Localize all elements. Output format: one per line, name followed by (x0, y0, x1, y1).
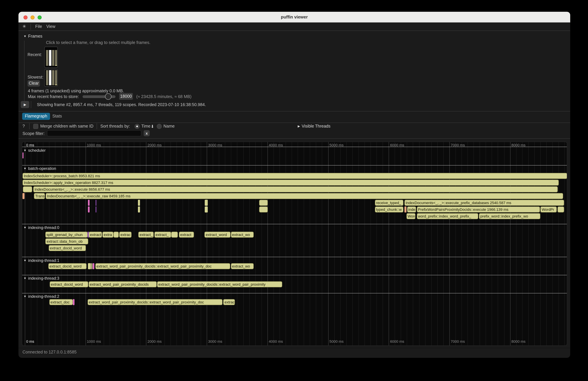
scope-bar[interactable]: prefix_word::index_prefix_wo (479, 213, 540, 219)
frame-bar[interactable] (46, 50, 48, 66)
thread-label-batch-operation[interactable]: ▼batch-operation (23, 166, 56, 171)
menu-file[interactable]: File (35, 24, 42, 29)
scope-bar[interactable]: word_prefix::index_word_prefix_ (417, 213, 478, 219)
thread-label-scheduler[interactable]: ▼scheduler (23, 148, 46, 153)
gridline (195, 142, 195, 345)
frame-bar[interactable] (55, 50, 57, 66)
play-button[interactable]: ▶ (21, 101, 29, 108)
scope-bar[interactable] (23, 186, 32, 192)
thread-label-indexing-thread:0[interactable]: ▼indexing-thread:0 (23, 225, 59, 230)
scope-bar[interactable] (88, 207, 89, 212)
chevron-down-icon: ▼ (23, 259, 26, 262)
frame-bar[interactable] (46, 70, 48, 85)
scope-bar[interactable] (557, 207, 564, 212)
scope-bar[interactable]: extract_word_pair_proximity_docids::extr… (157, 281, 282, 287)
scope-bar[interactable] (96, 200, 96, 206)
scope-bar[interactable]: typed_chunk::w (375, 207, 403, 212)
scope-bar[interactable] (91, 263, 92, 269)
scope-bar[interactable] (205, 200, 208, 206)
scope-bar[interactable]: extract_word_pair_proximity_docids (88, 281, 157, 287)
flamegraph-canvas[interactable]: 0 ms1000 ms2000 ms3000 ms4000 ms5000 ms6… (22, 142, 567, 346)
gridline (310, 142, 310, 345)
scope-bar[interactable]: extract::data_from_ob (45, 238, 88, 244)
app-settings-icon[interactable]: ✳ (22, 24, 26, 29)
gridline (304, 142, 304, 345)
gridline (546, 142, 547, 345)
scope-bar[interactable] (73, 299, 75, 305)
visible-threads-toggle[interactable]: ▶Visible Threads (298, 124, 330, 128)
scope-bar[interactable]: Word (406, 213, 416, 219)
scope-bar[interactable]: split_grenad_by_chun (45, 232, 87, 238)
max-frames-value[interactable]: 18000 (119, 93, 133, 100)
merge-children-checkbox[interactable] (33, 124, 38, 129)
scope-bar[interactable] (88, 200, 89, 206)
scope-bar[interactable]: PrefixWordPairsProximityDocids::execute … (417, 207, 540, 212)
slowest-frames-thumbnail[interactable] (44, 69, 58, 87)
scope-bar[interactable]: extract_docid_word (49, 281, 88, 287)
scope-bar[interactable] (404, 207, 406, 212)
scope-bar[interactable] (138, 207, 140, 212)
scope-bar[interactable]: IndexDocuments<_, _>::execute_raw 8459.1… (46, 193, 563, 199)
scope-bar[interactable]: extract_wo (231, 232, 254, 238)
scope-bar[interactable]: index (407, 207, 416, 212)
scope-bar[interactable]: extract_word_pair_proximity_docids::extr… (95, 263, 230, 269)
scope-bar[interactable]: IndexScheduler>::process_batch 8953.821 … (22, 173, 567, 179)
scope-bar[interactable] (259, 207, 268, 212)
thread-label-indexing-thread:3[interactable]: ▼indexing-thread:3 (23, 276, 59, 281)
scope-bar[interactable] (88, 263, 91, 269)
max-frames-slider-knob[interactable] (105, 93, 111, 100)
scope-bar[interactable]: extra (102, 232, 113, 238)
scope-bar[interactable] (205, 207, 208, 212)
scope-bar[interactable]: extract_wo (231, 263, 254, 269)
scope-bar[interactable]: IndexScheduler>::apply_index_operation 8… (22, 180, 559, 186)
scope-bar[interactable] (87, 232, 88, 238)
scope-bar[interactable]: extract_docid_word (48, 245, 86, 251)
gridline (371, 142, 371, 345)
frame-bar[interactable] (52, 70, 54, 85)
scope-bar[interactable] (22, 152, 23, 158)
scope-bar[interactable] (22, 193, 24, 199)
scope-bar[interactable]: extract_docid_word (48, 263, 86, 269)
scope-bar[interactable] (96, 207, 96, 212)
scope-bar[interactable]: extract_word (204, 232, 231, 238)
scope-bar[interactable]: IndexDocuments<_, _>::execute 8656.677 m… (33, 186, 558, 192)
recent-frames-thumbnail[interactable] (44, 47, 58, 68)
scope-bar[interactable]: WordPr (540, 207, 557, 212)
thread-label-indexing-thread:1[interactable]: ▼indexing-thread:1 (23, 258, 59, 263)
help-button[interactable]: ? (22, 124, 25, 128)
frames-hint: Click to select a frame, or drag to sele… (46, 40, 150, 45)
scope-bar[interactable]: receive_typed_ (375, 200, 403, 206)
scope-bar[interactable]: IndexDocuments<_, _>::execute_prefix_dat… (404, 200, 564, 206)
sort-descending-icon[interactable]: ⬇ (151, 124, 154, 129)
menu-view[interactable]: View (46, 24, 55, 29)
scope-bar[interactable]: extrac (223, 299, 235, 305)
scope-bar[interactable] (259, 200, 268, 206)
scope-bar[interactable] (113, 232, 119, 238)
frame-bar[interactable] (49, 50, 51, 66)
clear-button[interactable]: Clear (27, 80, 40, 87)
scope-bar[interactable]: extract_ (154, 232, 171, 238)
tab-stats[interactable]: Stats (50, 113, 65, 120)
scope-bar[interactable]: extract_word_pair_proximity_docids::extr… (87, 299, 223, 305)
scope-bar[interactable]: Trans (34, 193, 45, 199)
controls-divider-2 (97, 123, 97, 129)
thread-label-indexing-thread:2[interactable]: ▼indexing-thread:2 (23, 294, 59, 299)
scope-bar[interactable]: extract_doc (49, 299, 73, 305)
frame-bar[interactable] (52, 50, 54, 66)
frame-bar[interactable] (55, 70, 57, 85)
scope-bar[interactable]: extract_ (138, 232, 153, 238)
scope-bar[interactable] (138, 200, 140, 206)
frames-section-toggle[interactable]: ▼Frames (23, 34, 42, 39)
frame-bar[interactable] (49, 70, 51, 85)
sort-name-radio[interactable] (157, 124, 162, 129)
scope-bar[interactable]: extract (179, 232, 194, 238)
tab-flamegraph[interactable]: Flamegraph (22, 113, 50, 120)
scope-bar[interactable] (171, 232, 178, 238)
scope-filter-input[interactable] (47, 131, 141, 137)
clear-filter-button[interactable]: x (144, 130, 150, 136)
scope-bar[interactable]: extract (89, 232, 102, 238)
scope-bar[interactable]: extrac (119, 232, 131, 238)
scope-bar[interactable] (93, 263, 94, 269)
sort-time-radio[interactable] (135, 124, 140, 129)
recent-label: Recent: (27, 52, 42, 57)
